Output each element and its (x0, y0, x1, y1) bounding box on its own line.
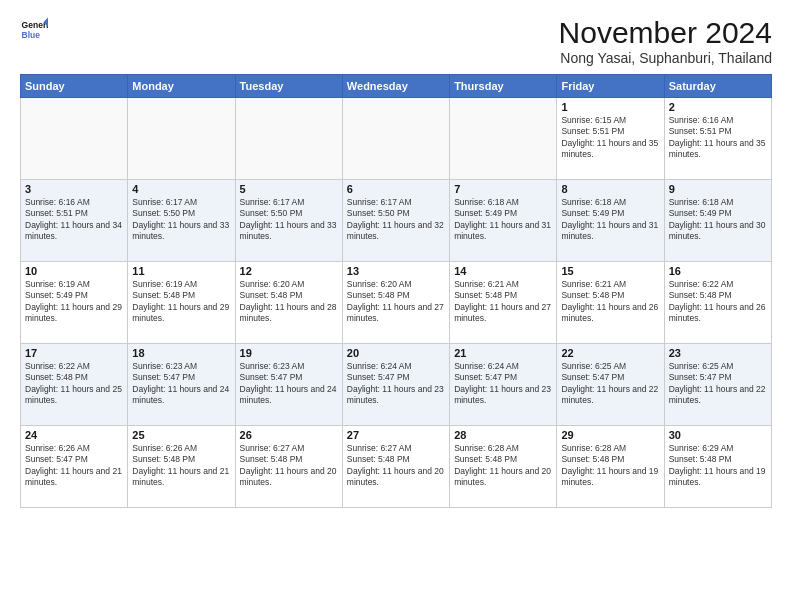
calendar-cell: 19Sunrise: 6:23 AM Sunset: 5:47 PM Dayli… (235, 344, 342, 426)
day-info: Sunrise: 6:21 AM Sunset: 5:48 PM Dayligh… (561, 279, 659, 325)
calendar-cell: 6Sunrise: 6:17 AM Sunset: 5:50 PM Daylig… (342, 180, 449, 262)
day-number: 29 (561, 429, 659, 441)
day-number: 17 (25, 347, 123, 359)
day-number: 14 (454, 265, 552, 277)
calendar-cell: 4Sunrise: 6:17 AM Sunset: 5:50 PM Daylig… (128, 180, 235, 262)
day-info: Sunrise: 6:15 AM Sunset: 5:51 PM Dayligh… (561, 115, 659, 161)
day-info: Sunrise: 6:21 AM Sunset: 5:48 PM Dayligh… (454, 279, 552, 325)
day-number: 19 (240, 347, 338, 359)
calendar-cell: 9Sunrise: 6:18 AM Sunset: 5:49 PM Daylig… (664, 180, 771, 262)
calendar-header-row: SundayMondayTuesdayWednesdayThursdayFrid… (21, 75, 772, 98)
day-info: Sunrise: 6:29 AM Sunset: 5:48 PM Dayligh… (669, 443, 767, 489)
calendar-cell (235, 98, 342, 180)
day-number: 1 (561, 101, 659, 113)
calendar-cell: 26Sunrise: 6:27 AM Sunset: 5:48 PM Dayli… (235, 426, 342, 508)
day-number: 28 (454, 429, 552, 441)
day-info: Sunrise: 6:16 AM Sunset: 5:51 PM Dayligh… (669, 115, 767, 161)
calendar-cell: 15Sunrise: 6:21 AM Sunset: 5:48 PM Dayli… (557, 262, 664, 344)
day-number: 3 (25, 183, 123, 195)
day-info: Sunrise: 6:28 AM Sunset: 5:48 PM Dayligh… (454, 443, 552, 489)
day-info: Sunrise: 6:18 AM Sunset: 5:49 PM Dayligh… (561, 197, 659, 243)
day-number: 13 (347, 265, 445, 277)
day-header-sunday: Sunday (21, 75, 128, 98)
day-number: 4 (132, 183, 230, 195)
day-number: 24 (25, 429, 123, 441)
calendar-cell (450, 98, 557, 180)
calendar-cell: 17Sunrise: 6:22 AM Sunset: 5:48 PM Dayli… (21, 344, 128, 426)
day-number: 26 (240, 429, 338, 441)
svg-text:Blue: Blue (22, 30, 41, 40)
day-info: Sunrise: 6:24 AM Sunset: 5:47 PM Dayligh… (454, 361, 552, 407)
location: Nong Yasai, Suphanburi, Thailand (559, 50, 772, 66)
day-header-saturday: Saturday (664, 75, 771, 98)
day-number: 2 (669, 101, 767, 113)
day-number: 25 (132, 429, 230, 441)
calendar-cell: 2Sunrise: 6:16 AM Sunset: 5:51 PM Daylig… (664, 98, 771, 180)
day-info: Sunrise: 6:23 AM Sunset: 5:47 PM Dayligh… (132, 361, 230, 407)
day-info: Sunrise: 6:25 AM Sunset: 5:47 PM Dayligh… (561, 361, 659, 407)
day-info: Sunrise: 6:27 AM Sunset: 5:48 PM Dayligh… (347, 443, 445, 489)
calendar: SundayMondayTuesdayWednesdayThursdayFrid… (20, 74, 772, 508)
calendar-cell: 20Sunrise: 6:24 AM Sunset: 5:47 PM Dayli… (342, 344, 449, 426)
day-header-thursday: Thursday (450, 75, 557, 98)
calendar-cell: 18Sunrise: 6:23 AM Sunset: 5:47 PM Dayli… (128, 344, 235, 426)
day-info: Sunrise: 6:26 AM Sunset: 5:47 PM Dayligh… (25, 443, 123, 489)
day-info: Sunrise: 6:18 AM Sunset: 5:49 PM Dayligh… (454, 197, 552, 243)
calendar-cell: 13Sunrise: 6:20 AM Sunset: 5:48 PM Dayli… (342, 262, 449, 344)
day-number: 7 (454, 183, 552, 195)
day-info: Sunrise: 6:23 AM Sunset: 5:47 PM Dayligh… (240, 361, 338, 407)
logo: General Blue (20, 16, 48, 44)
day-number: 23 (669, 347, 767, 359)
day-header-friday: Friday (557, 75, 664, 98)
day-info: Sunrise: 6:20 AM Sunset: 5:48 PM Dayligh… (347, 279, 445, 325)
day-info: Sunrise: 6:26 AM Sunset: 5:48 PM Dayligh… (132, 443, 230, 489)
calendar-cell: 16Sunrise: 6:22 AM Sunset: 5:48 PM Dayli… (664, 262, 771, 344)
day-header-monday: Monday (128, 75, 235, 98)
day-number: 11 (132, 265, 230, 277)
day-info: Sunrise: 6:19 AM Sunset: 5:48 PM Dayligh… (132, 279, 230, 325)
day-number: 22 (561, 347, 659, 359)
day-number: 15 (561, 265, 659, 277)
day-number: 5 (240, 183, 338, 195)
day-number: 9 (669, 183, 767, 195)
day-info: Sunrise: 6:20 AM Sunset: 5:48 PM Dayligh… (240, 279, 338, 325)
calendar-cell: 22Sunrise: 6:25 AM Sunset: 5:47 PM Dayli… (557, 344, 664, 426)
calendar-cell: 11Sunrise: 6:19 AM Sunset: 5:48 PM Dayli… (128, 262, 235, 344)
day-number: 20 (347, 347, 445, 359)
calendar-cell: 12Sunrise: 6:20 AM Sunset: 5:48 PM Dayli… (235, 262, 342, 344)
day-number: 12 (240, 265, 338, 277)
calendar-cell: 28Sunrise: 6:28 AM Sunset: 5:48 PM Dayli… (450, 426, 557, 508)
day-info: Sunrise: 6:24 AM Sunset: 5:47 PM Dayligh… (347, 361, 445, 407)
calendar-cell: 30Sunrise: 6:29 AM Sunset: 5:48 PM Dayli… (664, 426, 771, 508)
calendar-cell (342, 98, 449, 180)
day-number: 27 (347, 429, 445, 441)
calendar-cell: 27Sunrise: 6:27 AM Sunset: 5:48 PM Dayli… (342, 426, 449, 508)
calendar-cell: 1Sunrise: 6:15 AM Sunset: 5:51 PM Daylig… (557, 98, 664, 180)
day-info: Sunrise: 6:16 AM Sunset: 5:51 PM Dayligh… (25, 197, 123, 243)
calendar-week-row: 1Sunrise: 6:15 AM Sunset: 5:51 PM Daylig… (21, 98, 772, 180)
calendar-cell: 25Sunrise: 6:26 AM Sunset: 5:48 PM Dayli… (128, 426, 235, 508)
day-header-tuesday: Tuesday (235, 75, 342, 98)
day-info: Sunrise: 6:28 AM Sunset: 5:48 PM Dayligh… (561, 443, 659, 489)
calendar-week-row: 24Sunrise: 6:26 AM Sunset: 5:47 PM Dayli… (21, 426, 772, 508)
logo-icon: General Blue (20, 16, 48, 44)
day-info: Sunrise: 6:22 AM Sunset: 5:48 PM Dayligh… (669, 279, 767, 325)
calendar-cell: 3Sunrise: 6:16 AM Sunset: 5:51 PM Daylig… (21, 180, 128, 262)
calendar-cell: 14Sunrise: 6:21 AM Sunset: 5:48 PM Dayli… (450, 262, 557, 344)
calendar-week-row: 17Sunrise: 6:22 AM Sunset: 5:48 PM Dayli… (21, 344, 772, 426)
day-info: Sunrise: 6:17 AM Sunset: 5:50 PM Dayligh… (132, 197, 230, 243)
day-number: 6 (347, 183, 445, 195)
day-number: 18 (132, 347, 230, 359)
day-info: Sunrise: 6:18 AM Sunset: 5:49 PM Dayligh… (669, 197, 767, 243)
day-info: Sunrise: 6:22 AM Sunset: 5:48 PM Dayligh… (25, 361, 123, 407)
day-info: Sunrise: 6:19 AM Sunset: 5:49 PM Dayligh… (25, 279, 123, 325)
calendar-cell: 5Sunrise: 6:17 AM Sunset: 5:50 PM Daylig… (235, 180, 342, 262)
month-title: November 2024 (559, 16, 772, 50)
calendar-week-row: 3Sunrise: 6:16 AM Sunset: 5:51 PM Daylig… (21, 180, 772, 262)
day-number: 8 (561, 183, 659, 195)
day-number: 10 (25, 265, 123, 277)
title-block: November 2024 Nong Yasai, Suphanburi, Th… (559, 16, 772, 66)
calendar-cell: 7Sunrise: 6:18 AM Sunset: 5:49 PM Daylig… (450, 180, 557, 262)
day-info: Sunrise: 6:27 AM Sunset: 5:48 PM Dayligh… (240, 443, 338, 489)
calendar-cell: 24Sunrise: 6:26 AM Sunset: 5:47 PM Dayli… (21, 426, 128, 508)
